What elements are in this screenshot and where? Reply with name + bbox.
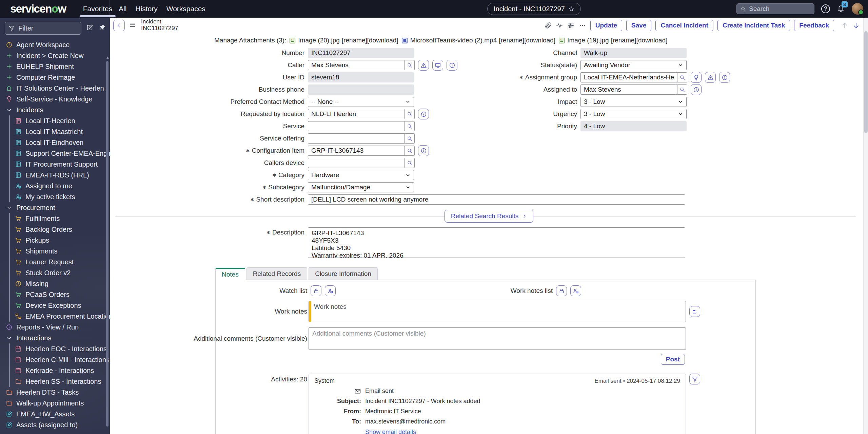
assigned-to-input[interactable] <box>580 84 677 95</box>
attachment-file[interactable]: Image (19).jpg [rename][download] <box>558 37 667 44</box>
main-scrollbar[interactable] <box>863 18 868 434</box>
create-incident-task-button[interactable]: Create Incident Task <box>717 20 790 31</box>
tab-related-records[interactable]: Related Records <box>246 267 308 280</box>
sidebar-item-agent-workspace[interactable]: Agent Workspace <box>0 39 110 50</box>
sidebar-item-loaner-request[interactable]: Loaner Request <box>10 257 110 267</box>
status-state-select[interactable]: Awaiting Vendor <box>580 60 687 70</box>
search-input[interactable] <box>749 5 803 13</box>
personalize-form-button[interactable] <box>567 22 575 29</box>
sidebar-item-my-active-tickets[interactable]: My active tickets <box>10 191 110 202</box>
main-scroll-thumb[interactable] <box>864 31 868 133</box>
assignment-group-lookup-button[interactable] <box>677 72 687 82</box>
sidebar-item-device-exceptions[interactable]: Device Exceptions <box>10 300 110 311</box>
nav-history[interactable]: History <box>135 5 157 13</box>
sidebar-item-it-solutions-center[interactable]: IT Solutions Center - Heerlen <box>0 83 110 94</box>
sidebar-item-heerlen-eoc-interactions[interactable]: Heerlen EOC - Interactions <box>10 343 110 354</box>
attachment-actions[interactable]: [rename][download] <box>342 37 398 44</box>
edit-navigator-button[interactable] <box>86 24 94 33</box>
attachment-file[interactable]: MicrosoftTeams-video (2).mp4 [rename][do… <box>401 37 555 44</box>
location-lookup-button[interactable] <box>405 109 415 119</box>
caller-lookup-button[interactable] <box>405 60 415 70</box>
sidebar-item-emea-hw-assets[interactable]: EMEA_HW_Assets <box>0 409 110 419</box>
sidebar-group-interactions[interactable]: Interactions <box>0 333 110 343</box>
sidebar-item-local-it-eindhoven[interactable]: Local IT-Eindhoven <box>10 137 110 148</box>
sidebar-item-backlog-orders[interactable]: Backlog Orders <box>10 224 110 235</box>
post-button[interactable]: Post <box>661 354 685 365</box>
additional-comments-textarea[interactable] <box>309 327 686 350</box>
sidebar-item-fulfillments[interactable]: Fulfillments <box>10 213 110 224</box>
subcategory-select[interactable]: Malfunction/Damage <box>308 182 414 192</box>
context-pill[interactable]: Incident - INC11027297 <box>487 3 581 15</box>
impact-select[interactable]: 3 - Low <box>580 97 687 107</box>
nav-all[interactable]: All <box>119 5 126 13</box>
show-email-details-link[interactable]: Show email details <box>365 429 680 434</box>
back-button[interactable] <box>113 20 125 31</box>
sidebar-scrollbar[interactable]: ▲ <box>106 56 109 432</box>
avatar[interactable] <box>852 3 863 15</box>
service-offering-lookup-button[interactable] <box>405 133 415 144</box>
configuration-item-info-button[interactable] <box>418 145 429 156</box>
sidebar-group-incidents[interactable]: Incidents <box>0 105 110 115</box>
notifications-button[interactable]: 8 <box>837 4 845 14</box>
configuration-item-lookup-button[interactable] <box>405 146 415 156</box>
callers-device-lookup-button[interactable] <box>405 158 415 168</box>
sidebar-item-missing[interactable]: Missing <box>10 278 110 289</box>
activity-stream-button[interactable] <box>556 22 563 29</box>
sidebar-item-local-it-heerlen[interactable]: Local IT-Heerlen <box>10 115 110 126</box>
assignment-group-info-button[interactable] <box>719 72 730 83</box>
urgency-select[interactable]: 3 - Low <box>580 109 687 119</box>
tab-notes[interactable]: Notes <box>215 268 245 280</box>
sidebar-item-computer-reimage[interactable]: Computer Reimage <box>0 72 110 83</box>
sidebar-item-incident-create-new[interactable]: Incident > Create New <box>0 50 110 61</box>
work-notes-list-add-me-button[interactable] <box>570 285 581 296</box>
filter-field[interactable] <box>5 22 81 35</box>
sidebar-item-support-center-emea[interactable]: Support Center-EMEA-English <box>10 148 110 159</box>
assignment-group-warning-button[interactable] <box>705 72 716 83</box>
sidebar-item-euhelp-shipment[interactable]: EUHELP Shipment <box>0 61 110 72</box>
configuration-item-input[interactable] <box>308 146 405 156</box>
sidebar-item-emea-it-rds[interactable]: EMEA-IT-RDS (HRL) <box>10 170 110 181</box>
more-options-button[interactable] <box>579 22 586 29</box>
related-search-results-button[interactable]: Related Search Results <box>445 210 534 223</box>
pin-navigator-button[interactable] <box>98 24 106 33</box>
activity-filter-button[interactable] <box>689 374 700 384</box>
caller-info-button[interactable] <box>447 60 457 71</box>
nav-workspaces[interactable]: Workspaces <box>166 5 205 13</box>
previous-record-button[interactable] <box>841 22 848 29</box>
filter-input[interactable] <box>18 24 52 32</box>
work-notes-list-lock-button[interactable] <box>556 285 567 296</box>
caller-warning-button[interactable] <box>418 60 429 71</box>
description-textarea[interactable]: GRP-IT-L3067143 48YF5X3 Latitude 5430 Wa… <box>308 227 685 258</box>
sidebar-item-assets-assigned-to[interactable]: Assets (assigned to) <box>0 419 110 430</box>
attachment-file[interactable]: Image (20).jpg [rename][download] <box>289 37 398 44</box>
form-context-menu[interactable] <box>129 21 136 30</box>
requested-by-location-input[interactable] <box>308 109 405 119</box>
attachment-actions[interactable]: [rename][download] <box>611 37 668 44</box>
callers-device-input[interactable] <box>308 158 405 168</box>
assigned-to-lookup-button[interactable] <box>677 84 687 95</box>
save-button[interactable]: Save <box>626 20 651 31</box>
sidebar-item-it-procurement-support[interactable]: IT Procurement Support <box>10 159 110 170</box>
assignment-group-suggest-button[interactable] <box>691 72 702 83</box>
work-notes-textarea[interactable] <box>311 301 686 322</box>
service-lookup-button[interactable] <box>405 121 415 131</box>
sidebar-item-pcaas-orders[interactable]: PCaaS Orders <box>10 289 110 300</box>
attachments-button[interactable] <box>544 22 552 29</box>
sidebar-item-stuck-order-v2[interactable]: Stuck Order v2 <box>10 267 110 278</box>
sidebar-scroll-thumb[interactable] <box>106 61 108 427</box>
sidebar-item-shipments[interactable]: Shipments <box>10 246 110 257</box>
sidebar-item-reports-view-run[interactable]: Reports - View / Run <box>0 322 110 333</box>
update-button[interactable]: Update <box>590 20 622 31</box>
star-icon[interactable] <box>568 6 574 12</box>
sidebar-item-heerlen-dts-tasks[interactable]: Heerlen DTS - Tasks <box>0 387 110 398</box>
assigned-to-info-button[interactable] <box>691 84 702 95</box>
attachment-actions[interactable]: [rename][download] <box>499 37 555 44</box>
sidebar-item-walkup-appointments[interactable]: Walk-up Appointments <box>0 398 110 409</box>
watch-list-lock-button[interactable] <box>311 285 321 296</box>
sidebar-group-procurement[interactable]: Procurement <box>0 202 110 213</box>
sidebar-item-heerlen-cmill-interactions[interactable]: Heerlen C-Mill - Interactions <box>10 354 110 365</box>
next-record-button[interactable] <box>852 22 860 29</box>
caller-devices-button[interactable] <box>432 60 443 71</box>
category-select[interactable]: Hardware <box>308 170 414 180</box>
tab-favorites[interactable]: Favorites <box>78 0 117 18</box>
